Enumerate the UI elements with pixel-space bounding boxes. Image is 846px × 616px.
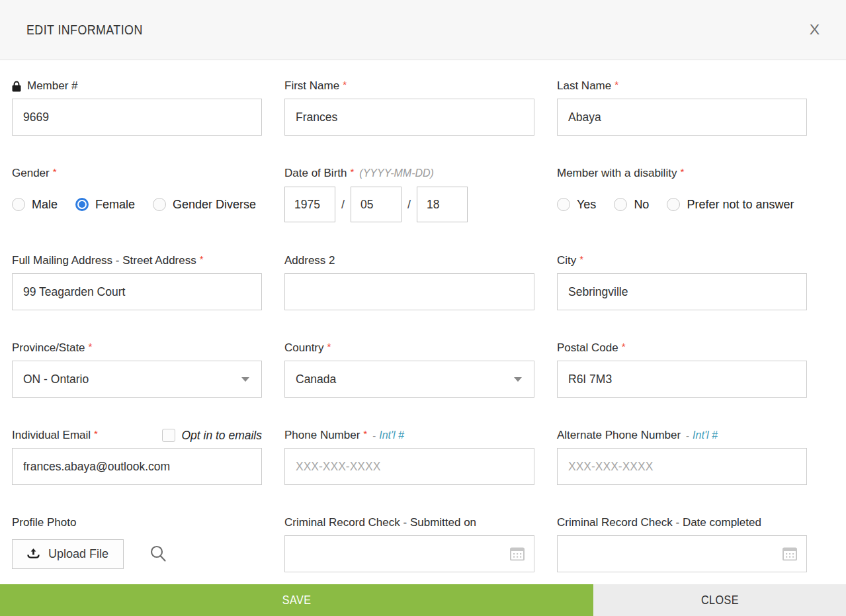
address2-input[interactable] xyxy=(284,273,534,310)
field-phone: Phone Number * - Int'l # xyxy=(284,428,534,485)
disability-radio-no[interactable] xyxy=(614,198,627,211)
upload-icon xyxy=(27,548,40,560)
crc-submitted-label: Criminal Record Check - Submitted on xyxy=(284,516,476,529)
gender-radio-female[interactable] xyxy=(75,198,89,211)
email-input[interactable] xyxy=(12,448,262,485)
email-optin: Opt in to emails xyxy=(162,429,262,443)
field-crc-submitted: Criminal Record Check - Submitted on xyxy=(284,515,534,572)
country-select[interactable]: Canada xyxy=(284,361,534,398)
province-select[interactable]: ON - Ontario xyxy=(12,361,262,398)
province-label: Province/State xyxy=(12,341,85,355)
alt-phone-label: Alternate Phone Number xyxy=(557,429,681,442)
gender-radio-diverse[interactable] xyxy=(153,198,166,211)
calendar-icon[interactable] xyxy=(510,547,525,561)
phone-label: Phone Number xyxy=(284,429,360,442)
profile-photo-label: Profile Photo xyxy=(12,516,76,529)
required-asterisk: * xyxy=(327,341,331,352)
required-asterisk: * xyxy=(53,166,57,177)
first-name-input[interactable] xyxy=(284,99,534,136)
save-button-label: SAVE xyxy=(282,593,312,607)
field-profile-photo: Profile Photo Upload File xyxy=(12,515,262,572)
country-selected-value: Canada xyxy=(296,373,336,386)
field-disability: Member with a disability * Yes No Prefer… xyxy=(557,166,807,223)
field-gender: Gender * Male Female Gender Diverse xyxy=(12,166,262,223)
last-name-input[interactable] xyxy=(557,99,807,136)
close-icon[interactable]: X xyxy=(810,21,820,38)
gender-radio-group: Male Female Gender Diverse xyxy=(12,186,262,223)
dob-year-input[interactable] xyxy=(284,187,335,222)
gender-option-female: Female xyxy=(75,198,135,212)
postal-code-label: Postal Code xyxy=(557,341,618,355)
disability-option-no: No xyxy=(614,198,649,212)
disability-option-prefer-not: Prefer not to answer xyxy=(667,198,794,212)
email-label: Individual Email xyxy=(12,429,91,442)
field-postal-code: Postal Code * xyxy=(557,341,807,398)
disability-radio-prefer-not[interactable] xyxy=(667,198,680,211)
chevron-down-icon xyxy=(241,377,249,382)
disability-radio-yes[interactable] xyxy=(557,198,570,211)
phone-intl-link[interactable]: Int'l # xyxy=(379,429,404,441)
edit-information-form: Member # First Name * Last Name * Gender… xyxy=(0,60,846,572)
field-address2: Address 2 xyxy=(284,253,534,310)
dob-inputs: / / xyxy=(284,186,534,223)
first-name-label: First Name xyxy=(284,79,339,93)
optin-checkbox[interactable] xyxy=(162,429,175,442)
field-crc-completed: Criminal Record Check - Date completed xyxy=(557,515,807,572)
dialog-header: EDIT INFORMATION X xyxy=(0,0,846,60)
disability-no-label[interactable]: No xyxy=(634,198,649,212)
address2-label: Address 2 xyxy=(284,254,335,267)
required-asterisk: * xyxy=(94,428,98,439)
gender-male-label[interactable]: Male xyxy=(32,198,58,212)
required-asterisk: * xyxy=(680,166,684,177)
required-asterisk: * xyxy=(351,166,355,177)
close-button-label: CLOSE xyxy=(701,593,739,607)
city-input[interactable] xyxy=(557,273,807,310)
gender-option-male: Male xyxy=(12,198,58,212)
save-button[interactable]: SAVE xyxy=(0,584,593,616)
member-number-input[interactable] xyxy=(12,99,262,136)
dob-day-input[interactable] xyxy=(417,187,468,222)
chevron-down-icon xyxy=(514,377,522,382)
optin-label[interactable]: Opt in to emails xyxy=(181,429,262,443)
required-asterisk: * xyxy=(363,428,367,439)
dob-month-input[interactable] xyxy=(351,187,402,222)
close-button[interactable]: CLOSE xyxy=(593,584,846,616)
field-date-of-birth: Date of Birth * (YYYY-MM-DD) / / xyxy=(284,166,534,223)
lock-icon xyxy=(12,81,21,92)
dob-label: Date of Birth xyxy=(284,167,347,180)
phone-intl-dash: - xyxy=(372,430,376,441)
disability-yes-label[interactable]: Yes xyxy=(577,198,596,212)
crc-completed-label: Criminal Record Check - Date completed xyxy=(557,516,761,529)
crc-completed-input[interactable] xyxy=(557,535,807,572)
dob-separator: / xyxy=(341,198,345,212)
alt-phone-input[interactable] xyxy=(557,448,807,485)
gender-diverse-label[interactable]: Gender Diverse xyxy=(173,198,256,212)
gender-label: Gender xyxy=(12,167,50,180)
street-address-input[interactable] xyxy=(12,273,262,310)
street-address-label: Full Mailing Address - Street Address xyxy=(12,254,196,267)
required-asterisk: * xyxy=(622,341,626,352)
field-alt-phone: Alternate Phone Number - Int'l # xyxy=(557,428,807,485)
gender-radio-male[interactable] xyxy=(12,198,25,211)
gender-female-label[interactable]: Female xyxy=(95,198,135,212)
crc-submitted-input[interactable] xyxy=(284,535,534,572)
search-icon[interactable] xyxy=(149,545,167,563)
city-label: City xyxy=(557,254,576,267)
postal-code-input[interactable] xyxy=(557,361,807,398)
required-asterisk: * xyxy=(343,79,347,90)
disability-label: Member with a disability xyxy=(557,167,677,180)
field-email: Individual Email * Opt in to emails xyxy=(12,428,262,485)
upload-file-label: Upload File xyxy=(48,547,108,561)
field-last-name: Last Name * xyxy=(557,79,807,136)
disability-prefer-not-label[interactable]: Prefer not to answer xyxy=(687,198,794,212)
disability-radio-group: Yes No Prefer not to answer xyxy=(557,186,807,223)
alt-phone-intl-link[interactable]: Int'l # xyxy=(693,429,718,441)
calendar-icon[interactable] xyxy=(783,547,797,561)
upload-file-button[interactable]: Upload File xyxy=(12,539,124,569)
required-asterisk: * xyxy=(200,253,204,265)
dob-separator: / xyxy=(407,198,411,212)
last-name-label: Last Name xyxy=(557,79,611,93)
country-label: Country xyxy=(284,341,324,355)
phone-input[interactable] xyxy=(284,448,534,485)
member-number-label-row: Member # xyxy=(12,79,262,93)
